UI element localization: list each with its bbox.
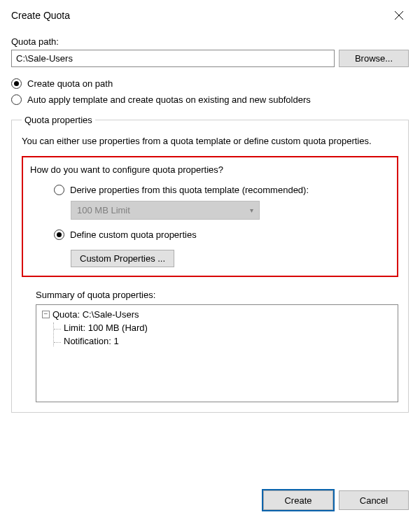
radio-auto-apply[interactable]: Auto apply template and create quotas on… xyxy=(11,94,409,105)
radio-create-on-path-label: Create quota on path xyxy=(27,78,113,89)
quota-properties-desc: You can either use properties from a quo… xyxy=(22,135,398,148)
quota-path-input[interactable] xyxy=(11,50,335,67)
chevron-down-icon: ▾ xyxy=(250,206,253,214)
quota-properties-group: Quota properties You can either use prop… xyxy=(11,115,409,413)
browse-button[interactable]: Browse... xyxy=(339,50,409,67)
configure-question: How do you want to configure quota prope… xyxy=(30,164,390,175)
close-button[interactable] xyxy=(386,6,412,25)
radio-define-custom[interactable]: Define custom quota properties xyxy=(54,229,390,240)
radio-icon xyxy=(11,78,22,89)
configure-highlight: How do you want to configure quota prope… xyxy=(22,156,398,277)
radio-icon xyxy=(11,94,22,105)
radio-icon xyxy=(54,185,64,195)
radio-derive-template[interactable]: Derive properties from this quota templa… xyxy=(54,185,390,195)
create-button[interactable]: Create xyxy=(263,490,333,510)
tree-root-label: Quota: C:\Sale-Users xyxy=(52,309,139,320)
quota-path-label: Quota path: xyxy=(11,36,409,47)
close-icon xyxy=(394,10,404,20)
radio-auto-apply-label: Auto apply template and create quotas on… xyxy=(27,94,311,105)
radio-create-on-path[interactable]: Create quota on path xyxy=(11,78,409,89)
custom-properties-button[interactable]: Custom Properties ... xyxy=(71,250,174,267)
radio-derive-label: Derive properties from this quota templa… xyxy=(70,185,309,195)
tree-item-limit: Limit: 100 MB (Hard) xyxy=(54,323,392,333)
cancel-button[interactable]: Cancel xyxy=(339,490,409,510)
summary-tree[interactable]: − Quota: C:\Sale-Users Limit: 100 MB (Ha… xyxy=(36,304,398,402)
radio-icon xyxy=(54,229,64,240)
quota-properties-legend: Quota properties xyxy=(22,115,95,125)
summary-label: Summary of quota properties: xyxy=(36,290,398,300)
template-select[interactable]: 100 MB Limit ▾ xyxy=(71,201,260,220)
radio-define-label: Define custom quota properties xyxy=(70,229,197,240)
template-select-value: 100 MB Limit xyxy=(77,205,130,215)
tree-collapse-icon[interactable]: − xyxy=(42,311,50,318)
window-title: Create Quota xyxy=(11,10,70,21)
tree-item-notification: Notification: 1 xyxy=(54,336,392,346)
